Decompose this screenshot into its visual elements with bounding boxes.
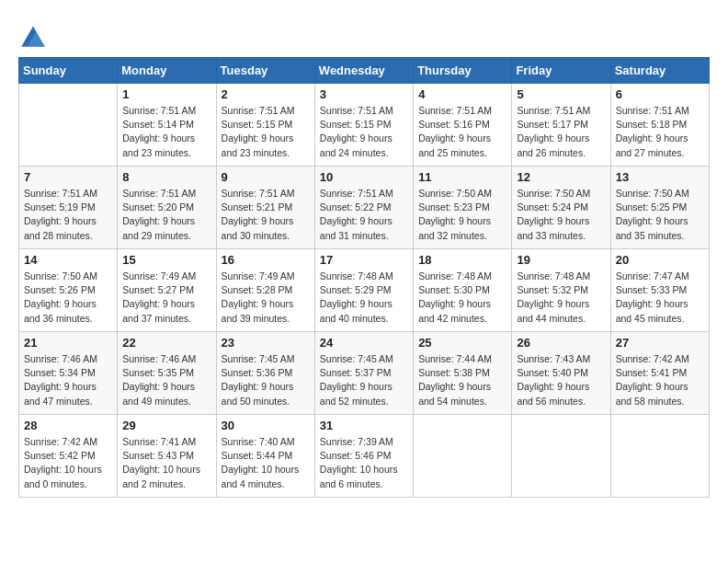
calendar-cell bbox=[19, 84, 118, 167]
cell-sun-info: Sunrise: 7:46 AMSunset: 5:35 PMDaylight:… bbox=[122, 352, 210, 408]
calendar-week-row: 14Sunrise: 7:50 AMSunset: 5:26 PMDayligh… bbox=[19, 249, 710, 332]
cell-day-number: 4 bbox=[418, 87, 506, 101]
cell-day-number: 3 bbox=[320, 87, 408, 101]
cell-day-number: 22 bbox=[122, 336, 210, 350]
calendar-cell: 1Sunrise: 7:51 AMSunset: 5:14 PMDaylight… bbox=[118, 84, 216, 167]
cell-sun-info: Sunrise: 7:51 AMSunset: 5:18 PMDaylight:… bbox=[616, 104, 704, 160]
calendar-cell: 27Sunrise: 7:42 AMSunset: 5:41 PMDayligh… bbox=[610, 332, 709, 415]
cell-sun-info: Sunrise: 7:51 AMSunset: 5:15 PMDaylight:… bbox=[222, 104, 310, 160]
cell-day-number: 24 bbox=[320, 336, 408, 350]
cell-day-number: 29 bbox=[122, 419, 210, 432]
cell-day-number: 28 bbox=[24, 419, 112, 432]
calendar-cell: 11Sunrise: 7:50 AMSunset: 5:23 PMDayligh… bbox=[414, 167, 512, 249]
logo bbox=[18, 18, 51, 50]
cell-sun-info: Sunrise: 7:51 AMSunset: 5:20 PMDaylight:… bbox=[122, 187, 210, 243]
calendar-cell: 21Sunrise: 7:46 AMSunset: 5:34 PMDayligh… bbox=[19, 332, 118, 415]
cell-day-number: 31 bbox=[320, 419, 408, 432]
calendar-cell: 31Sunrise: 7:39 AMSunset: 5:46 PMDayligh… bbox=[314, 415, 413, 498]
cell-sun-info: Sunrise: 7:50 AMSunset: 5:24 PMDaylight:… bbox=[517, 187, 605, 243]
cell-day-number: 17 bbox=[320, 253, 408, 267]
calendar-cell: 16Sunrise: 7:49 AMSunset: 5:28 PMDayligh… bbox=[216, 249, 314, 332]
cell-day-number: 2 bbox=[222, 87, 310, 101]
calendar-cell: 29Sunrise: 7:41 AMSunset: 5:43 PMDayligh… bbox=[118, 415, 216, 498]
cell-day-number: 23 bbox=[222, 336, 310, 350]
cell-sun-info: Sunrise: 7:41 AMSunset: 5:43 PMDaylight:… bbox=[122, 435, 210, 491]
cell-sun-info: Sunrise: 7:48 AMSunset: 5:30 PMDaylight:… bbox=[418, 270, 506, 326]
cell-sun-info: Sunrise: 7:49 AMSunset: 5:28 PMDaylight:… bbox=[222, 270, 310, 326]
calendar-cell: 7Sunrise: 7:51 AMSunset: 5:19 PMDaylight… bbox=[19, 167, 118, 249]
cell-sun-info: Sunrise: 7:48 AMSunset: 5:32 PMDaylight:… bbox=[517, 270, 605, 326]
calendar-cell: 3Sunrise: 7:51 AMSunset: 5:15 PMDaylight… bbox=[314, 84, 413, 167]
cell-sun-info: Sunrise: 7:45 AMSunset: 5:37 PMDaylight:… bbox=[320, 352, 408, 408]
cell-sun-info: Sunrise: 7:44 AMSunset: 5:38 PMDaylight:… bbox=[418, 352, 506, 408]
calendar-cell: 30Sunrise: 7:40 AMSunset: 5:44 PMDayligh… bbox=[216, 415, 314, 498]
cell-sun-info: Sunrise: 7:51 AMSunset: 5:14 PMDaylight:… bbox=[122, 104, 210, 160]
cell-day-number: 12 bbox=[517, 170, 605, 184]
col-header-saturday: Saturday bbox=[610, 58, 709, 84]
cell-sun-info: Sunrise: 7:51 AMSunset: 5:21 PMDaylight:… bbox=[222, 187, 310, 243]
calendar-cell: 20Sunrise: 7:47 AMSunset: 5:33 PMDayligh… bbox=[610, 249, 709, 332]
cell-day-number: 8 bbox=[122, 170, 210, 184]
header bbox=[18, 15, 710, 50]
cell-sun-info: Sunrise: 7:51 AMSunset: 5:22 PMDaylight:… bbox=[320, 187, 408, 243]
cell-sun-info: Sunrise: 7:51 AMSunset: 5:17 PMDaylight:… bbox=[517, 104, 605, 160]
calendar-cell bbox=[610, 415, 709, 498]
cell-day-number: 6 bbox=[616, 87, 704, 101]
cell-sun-info: Sunrise: 7:39 AMSunset: 5:46 PMDaylight:… bbox=[320, 435, 408, 491]
col-header-thursday: Thursday bbox=[414, 58, 512, 84]
cell-sun-info: Sunrise: 7:43 AMSunset: 5:40 PMDaylight:… bbox=[517, 352, 605, 408]
col-header-friday: Friday bbox=[512, 58, 610, 84]
calendar-cell: 25Sunrise: 7:44 AMSunset: 5:38 PMDayligh… bbox=[414, 332, 512, 415]
calendar-cell: 13Sunrise: 7:50 AMSunset: 5:25 PMDayligh… bbox=[610, 167, 709, 249]
calendar-cell: 24Sunrise: 7:45 AMSunset: 5:37 PMDayligh… bbox=[314, 332, 413, 415]
calendar-cell: 5Sunrise: 7:51 AMSunset: 5:17 PMDaylight… bbox=[512, 84, 610, 167]
cell-day-number: 30 bbox=[222, 419, 310, 432]
calendar-cell: 26Sunrise: 7:43 AMSunset: 5:40 PMDayligh… bbox=[512, 332, 610, 415]
cell-sun-info: Sunrise: 7:50 AMSunset: 5:26 PMDaylight:… bbox=[24, 270, 112, 326]
calendar-cell: 19Sunrise: 7:48 AMSunset: 5:32 PMDayligh… bbox=[512, 249, 610, 332]
cell-day-number: 13 bbox=[616, 170, 704, 184]
col-header-wednesday: Wednesday bbox=[314, 58, 413, 84]
col-header-tuesday: Tuesday bbox=[216, 58, 314, 84]
calendar-cell: 22Sunrise: 7:46 AMSunset: 5:35 PMDayligh… bbox=[118, 332, 216, 415]
cell-sun-info: Sunrise: 7:51 AMSunset: 5:15 PMDaylight:… bbox=[320, 104, 408, 160]
calendar-cell: 8Sunrise: 7:51 AMSunset: 5:20 PMDaylight… bbox=[118, 167, 216, 249]
calendar-cell: 4Sunrise: 7:51 AMSunset: 5:16 PMDaylight… bbox=[414, 84, 512, 167]
calendar-cell: 18Sunrise: 7:48 AMSunset: 5:30 PMDayligh… bbox=[414, 249, 512, 332]
calendar-table: SundayMondayTuesdayWednesdayThursdayFrid… bbox=[18, 57, 710, 498]
cell-day-number: 20 bbox=[616, 253, 704, 267]
cell-day-number: 10 bbox=[320, 170, 408, 184]
cell-day-number: 26 bbox=[517, 336, 605, 350]
cell-day-number: 15 bbox=[122, 253, 210, 267]
calendar-cell bbox=[414, 415, 512, 498]
calendar-cell: 15Sunrise: 7:49 AMSunset: 5:27 PMDayligh… bbox=[118, 249, 216, 332]
calendar-cell: 17Sunrise: 7:48 AMSunset: 5:29 PMDayligh… bbox=[314, 249, 413, 332]
cell-day-number: 5 bbox=[517, 87, 605, 101]
cell-day-number: 21 bbox=[24, 336, 112, 350]
calendar-cell: 10Sunrise: 7:51 AMSunset: 5:22 PMDayligh… bbox=[314, 167, 413, 249]
cell-day-number: 19 bbox=[517, 253, 605, 267]
calendar-week-row: 28Sunrise: 7:42 AMSunset: 5:42 PMDayligh… bbox=[19, 415, 710, 498]
calendar-week-row: 7Sunrise: 7:51 AMSunset: 5:19 PMDaylight… bbox=[19, 167, 710, 249]
cell-sun-info: Sunrise: 7:42 AMSunset: 5:41 PMDaylight:… bbox=[616, 352, 704, 408]
calendar-week-row: 21Sunrise: 7:46 AMSunset: 5:34 PMDayligh… bbox=[19, 332, 710, 415]
cell-day-number: 14 bbox=[24, 253, 112, 267]
cell-sun-info: Sunrise: 7:51 AMSunset: 5:16 PMDaylight:… bbox=[418, 104, 506, 160]
page: SundayMondayTuesdayWednesdayThursdayFrid… bbox=[0, 0, 728, 563]
calendar-week-row: 1Sunrise: 7:51 AMSunset: 5:14 PMDaylight… bbox=[19, 84, 710, 167]
logo-icon bbox=[18, 20, 48, 50]
calendar-header-row: SundayMondayTuesdayWednesdayThursdayFrid… bbox=[19, 58, 710, 84]
cell-sun-info: Sunrise: 7:48 AMSunset: 5:29 PMDaylight:… bbox=[320, 270, 408, 326]
calendar-cell: 2Sunrise: 7:51 AMSunset: 5:15 PMDaylight… bbox=[216, 84, 314, 167]
cell-sun-info: Sunrise: 7:45 AMSunset: 5:36 PMDaylight:… bbox=[222, 352, 310, 408]
cell-day-number: 1 bbox=[122, 87, 210, 101]
cell-day-number: 7 bbox=[24, 170, 112, 184]
calendar-cell bbox=[512, 415, 610, 498]
cell-sun-info: Sunrise: 7:50 AMSunset: 5:23 PMDaylight:… bbox=[418, 187, 506, 243]
calendar-cell: 6Sunrise: 7:51 AMSunset: 5:18 PMDaylight… bbox=[610, 84, 709, 167]
cell-day-number: 9 bbox=[222, 170, 310, 184]
cell-sun-info: Sunrise: 7:51 AMSunset: 5:19 PMDaylight:… bbox=[24, 187, 112, 243]
cell-day-number: 16 bbox=[222, 253, 310, 267]
calendar-cell: 12Sunrise: 7:50 AMSunset: 5:24 PMDayligh… bbox=[512, 167, 610, 249]
cell-sun-info: Sunrise: 7:42 AMSunset: 5:42 PMDaylight:… bbox=[24, 435, 112, 491]
